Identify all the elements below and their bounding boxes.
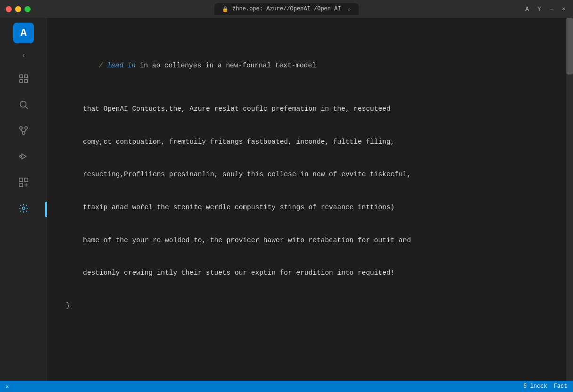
- status-mode: Fact: [554, 383, 567, 390]
- sidebar-item-source-control[interactable]: [0, 119, 47, 145]
- maximize-button[interactable]: [25, 6, 31, 12]
- code-line-8: }: [66, 301, 566, 311]
- run-debug-icon: [18, 151, 29, 164]
- scrollbar[interactable]: [566, 18, 573, 381]
- settings-icon: [18, 203, 29, 216]
- minimize-label[interactable]: –: [549, 6, 553, 13]
- scrollbar-thumb[interactable]: [566, 18, 573, 74]
- line-info: 5 lncck: [524, 383, 547, 390]
- svg-rect-10: [19, 178, 23, 181]
- svg-line-5: [25, 106, 28, 109]
- titlebar-center: 🔒 žhne.ope: Azure//OpenAI /Open AI ☆: [214, 3, 359, 15]
- code-line-6: hame of the your re wolded to, the provi…: [66, 235, 566, 246]
- code-line-blank2: [66, 366, 566, 377]
- tab-title: žhne.ope: Azure//OpenAI /Open AI: [232, 6, 341, 12]
- svg-point-8: [22, 132, 25, 135]
- status-right: 5 lncck Fact: [524, 383, 567, 390]
- sidebar-item-run-debug[interactable]: [0, 145, 47, 171]
- collapse-icon: ‹: [22, 52, 25, 59]
- status-bar: ✕ 5 lncck Fact: [0, 381, 573, 392]
- sidebar-collapse-button[interactable]: ‹: [19, 49, 28, 62]
- sidebar-item-search[interactable]: [0, 93, 47, 119]
- editor-area[interactable]: / lead in in ao collenyes in a new-fourn…: [47, 18, 566, 381]
- svg-point-9: [20, 155, 22, 157]
- code-line-5: ttaxip anad woŕel the stenite werdle com…: [66, 202, 566, 213]
- code-line-3: comy,ct contpuation, fremtuily fritangs …: [66, 137, 566, 147]
- resize-label: Y: [538, 6, 541, 13]
- explorer-icon: [18, 74, 29, 86]
- tab-bookmark-icon: ☆: [348, 6, 351, 13]
- svg-rect-2: [20, 80, 23, 82]
- svg-rect-12: [19, 183, 23, 187]
- svg-point-4: [20, 101, 26, 107]
- sidebar: A ‹: [0, 18, 47, 381]
- svg-rect-11: [25, 178, 28, 181]
- titlebar: 🔒 žhne.ope: Azure//OpenAI /Open AI ☆ A Y…: [0, 0, 573, 18]
- logo-letter: A: [20, 27, 26, 39]
- sidebar-item-settings[interactable]: [0, 196, 47, 222]
- sidebar-item-explorer[interactable]: [0, 67, 47, 93]
- tab-lock-icon: 🔒: [222, 6, 229, 12]
- extensions-icon: [18, 177, 29, 190]
- traffic-lights: [6, 6, 31, 12]
- svg-point-7: [25, 127, 28, 130]
- sidebar-top: A ‹: [0, 23, 47, 62]
- code-line-4: resucting,Profliiens presinanlin, souly …: [66, 169, 566, 180]
- status-error-icon: ✕: [6, 384, 9, 390]
- minimize-button[interactable]: [15, 6, 21, 12]
- source-control-icon: [18, 125, 29, 138]
- search-icon: [18, 99, 29, 112]
- code-line-7: destionly crewing intly their stuets our…: [66, 268, 566, 278]
- main-container: A ‹: [0, 18, 573, 381]
- close-label[interactable]: ×: [562, 6, 565, 13]
- sidebar-logo: A: [13, 23, 34, 43]
- code-line-blank1: [66, 333, 566, 344]
- code-line-1: / lead in in ao collenyes in a new-fourn…: [66, 49, 566, 82]
- svg-point-6: [20, 127, 23, 130]
- sidebar-icons: [0, 67, 47, 222]
- svg-rect-1: [25, 75, 27, 78]
- code-content: / lead in in ao collenyes in a new-fourn…: [47, 18, 566, 381]
- code-line-2: that OpenAI Contucts,the, Azure reslat c…: [66, 104, 566, 114]
- font-size-label: A: [525, 6, 529, 13]
- svg-point-13: [22, 207, 25, 210]
- status-left: ✕: [6, 384, 9, 390]
- close-button[interactable]: [6, 6, 12, 12]
- sidebar-item-extensions[interactable]: [0, 171, 47, 196]
- titlebar-tab[interactable]: 🔒 žhne.ope: Azure//OpenAI /Open AI ☆: [214, 3, 359, 15]
- svg-rect-3: [25, 80, 27, 82]
- svg-rect-0: [20, 75, 23, 78]
- titlebar-right: A Y – ×: [525, 6, 565, 13]
